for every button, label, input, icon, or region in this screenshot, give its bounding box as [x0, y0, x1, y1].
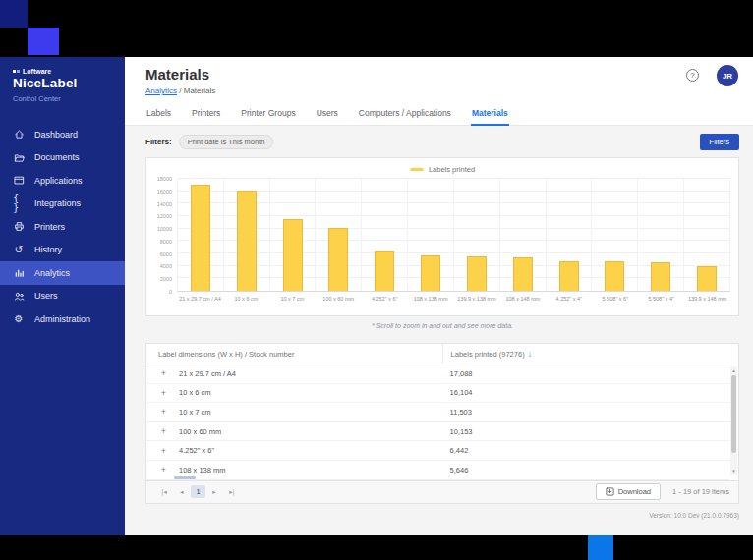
- sidebar-item-analytics[interactable]: Analytics: [0, 261, 125, 285]
- tab-computers-applications[interactable]: Computers / Applications: [358, 104, 452, 125]
- sidebar: Loftware NiceLabel Control Center Dashbo…: [0, 57, 125, 535]
- bar-slot: [270, 179, 317, 291]
- tab-labels[interactable]: Labels: [145, 104, 172, 125]
- bar-4-252-x-4[interactable]: [559, 261, 579, 291]
- table-row[interactable]: + 108 x 138 mm 5,646: [146, 461, 730, 480]
- bar-21-x-29-7-cm-a4[interactable]: [191, 185, 210, 291]
- prev-page-button[interactable]: ◂: [173, 486, 191, 498]
- sidebar-item-integrations[interactable]: { } Integrations: [0, 193, 125, 216]
- row-labels-printed: 10,153: [442, 427, 730, 436]
- sort-desc-icon[interactable]: ↓: [528, 350, 532, 359]
- sidebar-item-administration[interactable]: ⚙ Administration: [0, 308, 125, 331]
- bar-108-x-138-mm[interactable]: [421, 255, 440, 291]
- help-icon[interactable]: ?: [686, 69, 699, 82]
- legend-label: Labels printed: [429, 165, 475, 174]
- sidebar-item-label: Documents: [34, 152, 80, 162]
- app-window: Loftware NiceLabel Control Center Dashbo…: [0, 57, 753, 535]
- sidebar-item-history[interactable]: ↺ History: [0, 239, 125, 262]
- bar-5-508-x-4[interactable]: [651, 262, 670, 291]
- x-tick-label: 4.252" x 6": [362, 293, 408, 305]
- bar-slot: [547, 179, 593, 291]
- row-labels-printed: 16,104: [442, 388, 730, 397]
- bar-139-9-x-138-mm[interactable]: [467, 256, 487, 291]
- labels-printed-chart: Labels printed 0200040006000800010000120…: [145, 157, 739, 316]
- table-row[interactable]: + 100 x 60 mm 10,153: [146, 422, 730, 442]
- tab-printers[interactable]: Printers: [191, 104, 221, 125]
- table-header-row: Label dimensions (W x H) / Stock number …: [146, 344, 730, 364]
- expand-row-icon[interactable]: +: [157, 407, 170, 417]
- y-tick-label: 18000: [157, 176, 172, 182]
- bar-5-508-x-6[interactable]: [605, 261, 624, 291]
- sidebar-item-printers[interactable]: Printers: [0, 215, 125, 239]
- table-row[interactable]: + 4.252" x 6" 6,442: [146, 441, 730, 461]
- bar-10-x-6-cm[interactable]: [237, 191, 257, 291]
- avatar[interactable]: JR: [717, 65, 738, 86]
- bar-slot: [592, 179, 638, 291]
- gear-icon: ⚙: [13, 313, 25, 325]
- row-dimensions: 108 x 138 mm: [170, 466, 442, 475]
- vertical-scrollbar[interactable]: ▴ ▾: [730, 366, 737, 475]
- sidebar-item-label: Analytics: [34, 268, 70, 278]
- column-labels-printed[interactable]: Labels printed (97276) ↓: [442, 344, 730, 364]
- sidebar-item-label: Printers: [34, 222, 65, 232]
- expand-row-icon[interactable]: +: [157, 368, 170, 378]
- x-tick-label: 139.9 x 148 mm: [684, 293, 730, 305]
- sidebar-item-documents[interactable]: Documents: [0, 146, 125, 170]
- expand-row-icon[interactable]: +: [157, 446, 170, 456]
- first-page-button[interactable]: |◂: [155, 486, 173, 498]
- table-row[interactable]: + 10 x 7 cm 11,503: [146, 403, 730, 422]
- bar-10-x-7-cm[interactable]: [283, 219, 303, 291]
- filters-row: Filters: Print date is This month Filter…: [145, 127, 739, 157]
- scroll-down-icon[interactable]: ▾: [730, 467, 737, 475]
- tab-users[interactable]: Users: [316, 104, 339, 125]
- row-dimensions: 10 x 6 cm: [170, 388, 442, 397]
- scrollbar-thumb[interactable]: [731, 375, 736, 453]
- table-row[interactable]: + 10 x 6 cm 16,104: [146, 384, 730, 404]
- expand-row-icon[interactable]: +: [157, 426, 170, 436]
- row-labels-printed: 6,442: [442, 446, 730, 455]
- tab-materials[interactable]: Materials: [471, 104, 509, 126]
- bar-108-x-148-mm[interactable]: [513, 257, 533, 291]
- bar-139-9-x-148-mm[interactable]: [697, 266, 717, 291]
- tab-printer-groups[interactable]: Printer Groups: [240, 104, 296, 125]
- row-labels-printed: 17,088: [442, 369, 730, 378]
- row-dimensions: 4.252" x 6": [170, 446, 442, 455]
- page-number[interactable]: 1: [191, 485, 205, 498]
- expand-row-icon[interactable]: +: [157, 465, 170, 475]
- last-page-button[interactable]: ▸|: [223, 486, 241, 498]
- x-tick-label: 139.9 x 138 mm: [454, 293, 500, 305]
- sidebar-item-applications[interactable]: Applications: [0, 169, 125, 193]
- braces-icon: { }: [13, 197, 25, 209]
- tab-bar: LabelsPrintersPrinter GroupsUsersCompute…: [125, 104, 753, 126]
- legend-swatch: [410, 168, 424, 171]
- column-label-dimensions[interactable]: Label dimensions (W x H) / Stock number: [146, 350, 442, 359]
- x-tick-label: 108 x 138 mm: [408, 293, 454, 305]
- table-row[interactable]: + 21 x 29.7 cm / A4 17,088: [146, 364, 730, 384]
- folder-icon: [13, 151, 25, 163]
- expand-row-icon[interactable]: +: [157, 388, 170, 398]
- breadcrumb-analytics-link[interactable]: Analytics: [145, 86, 177, 95]
- y-tick-label: 8000: [160, 239, 172, 245]
- sidebar-item-users[interactable]: Users: [0, 285, 125, 308]
- sidebar-item-dashboard[interactable]: Dashboard: [0, 123, 125, 146]
- bar-slot: [408, 179, 454, 291]
- row-labels-printed: 11,503: [442, 408, 730, 417]
- horizontal-scrollbar-thumb[interactable]: [174, 476, 196, 479]
- filter-chip-print-date[interactable]: Print date is This month: [179, 135, 274, 149]
- y-tick-label: 2000: [160, 276, 172, 282]
- y-tick-label: 10000: [157, 226, 172, 232]
- download-button[interactable]: Download: [596, 483, 661, 500]
- bar-4-252-x-6[interactable]: [375, 251, 394, 291]
- scroll-up-icon[interactable]: ▴: [730, 366, 737, 374]
- x-tick-label: 5.508" x 4": [638, 293, 684, 305]
- bar-slot: [316, 179, 362, 291]
- next-page-button[interactable]: ▸: [205, 486, 223, 498]
- bar-slot: [224, 179, 270, 291]
- sidebar-item-label: Dashboard: [34, 130, 78, 140]
- home-icon: [13, 129, 25, 140]
- sidebar-item-label: History: [34, 245, 62, 254]
- x-axis-labels: 21 x 29.7 cm / A410 x 6 cm10 x 7 cm100 x…: [177, 293, 730, 305]
- filters-button[interactable]: Filters: [700, 134, 739, 150]
- page-title: Materials: [145, 66, 739, 83]
- bar-100-x-60-mm[interactable]: [328, 228, 348, 291]
